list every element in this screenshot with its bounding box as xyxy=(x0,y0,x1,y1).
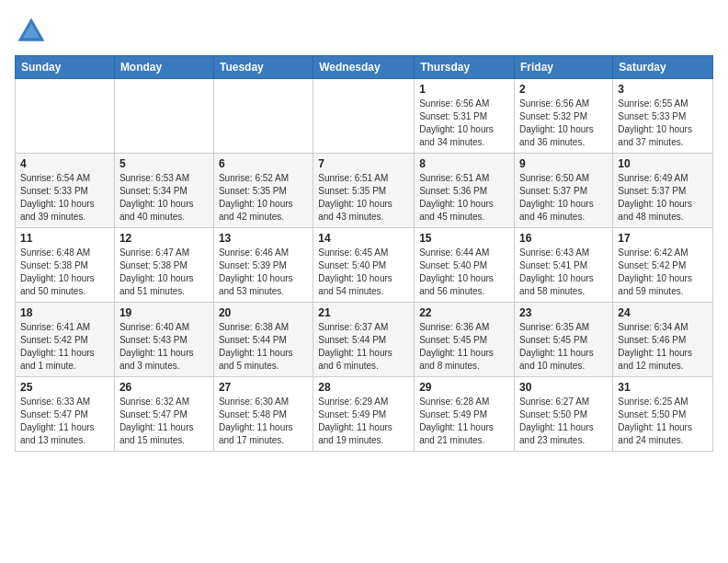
day-number: 21 xyxy=(318,306,409,319)
day-number: 2 xyxy=(519,83,608,96)
day-info: Sunrise: 6:48 AM Sunset: 5:38 PM Dayligh… xyxy=(20,247,109,298)
day-info: Sunrise: 6:34 AM Sunset: 5:46 PM Dayligh… xyxy=(618,321,708,373)
calendar-week-1: 1Sunrise: 6:56 AM Sunset: 5:31 PM Daylig… xyxy=(16,79,713,154)
day-info: Sunrise: 6:49 AM Sunset: 5:37 PM Dayligh… xyxy=(618,172,708,224)
page-header xyxy=(15,15,713,48)
day-number: 11 xyxy=(20,232,109,245)
weekday-header-monday: Monday xyxy=(114,56,213,79)
day-number: 7 xyxy=(318,157,409,170)
calendar-week-5: 25Sunrise: 6:33 AM Sunset: 5:47 PM Dayli… xyxy=(16,377,713,452)
day-info: Sunrise: 6:36 AM Sunset: 5:45 PM Dayligh… xyxy=(419,321,509,373)
day-info: Sunrise: 6:56 AM Sunset: 5:32 PM Dayligh… xyxy=(519,98,608,149)
calendar-cell: 24Sunrise: 6:34 AM Sunset: 5:46 PM Dayli… xyxy=(613,303,713,377)
calendar-cell: 19Sunrise: 6:40 AM Sunset: 5:43 PM Dayli… xyxy=(114,303,213,377)
calendar-cell: 1Sunrise: 6:56 AM Sunset: 5:31 PM Daylig… xyxy=(415,79,515,154)
day-number: 1 xyxy=(419,83,509,96)
calendar-cell: 18Sunrise: 6:41 AM Sunset: 5:42 PM Dayli… xyxy=(16,303,115,377)
day-info: Sunrise: 6:30 AM Sunset: 5:48 PM Dayligh… xyxy=(219,396,308,447)
day-number: 27 xyxy=(219,381,308,394)
day-number: 12 xyxy=(119,232,209,245)
day-info: Sunrise: 6:51 AM Sunset: 5:35 PM Dayligh… xyxy=(318,172,409,224)
day-info: Sunrise: 6:55 AM Sunset: 5:33 PM Dayligh… xyxy=(618,98,708,149)
weekday-header-row: SundayMondayTuesdayWednesdayThursdayFrid… xyxy=(16,56,713,79)
day-info: Sunrise: 6:42 AM Sunset: 5:42 PM Dayligh… xyxy=(618,247,708,298)
day-number: 15 xyxy=(419,232,509,245)
day-info: Sunrise: 6:50 AM Sunset: 5:37 PM Dayligh… xyxy=(519,172,608,224)
day-info: Sunrise: 6:44 AM Sunset: 5:40 PM Dayligh… xyxy=(419,247,509,298)
calendar-cell: 13Sunrise: 6:46 AM Sunset: 5:39 PM Dayli… xyxy=(213,228,313,303)
day-info: Sunrise: 6:32 AM Sunset: 5:47 PM Dayligh… xyxy=(119,396,209,447)
logo-icon xyxy=(15,15,48,48)
day-info: Sunrise: 6:38 AM Sunset: 5:44 PM Dayligh… xyxy=(219,321,308,373)
calendar-cell: 7Sunrise: 6:51 AM Sunset: 5:35 PM Daylig… xyxy=(313,154,415,228)
day-number: 22 xyxy=(419,306,509,319)
day-number: 14 xyxy=(318,232,409,245)
day-info: Sunrise: 6:41 AM Sunset: 5:42 PM Dayligh… xyxy=(20,321,109,373)
day-info: Sunrise: 6:53 AM Sunset: 5:34 PM Dayligh… xyxy=(119,172,209,224)
calendar-body: 1Sunrise: 6:56 AM Sunset: 5:31 PM Daylig… xyxy=(16,79,713,452)
day-number: 31 xyxy=(618,381,708,394)
day-info: Sunrise: 6:54 AM Sunset: 5:33 PM Dayligh… xyxy=(20,172,109,224)
weekday-header-wednesday: Wednesday xyxy=(313,56,415,79)
calendar-cell: 12Sunrise: 6:47 AM Sunset: 5:38 PM Dayli… xyxy=(114,228,213,303)
day-info: Sunrise: 6:46 AM Sunset: 5:39 PM Dayligh… xyxy=(219,247,308,298)
logo xyxy=(15,15,51,48)
calendar-cell: 30Sunrise: 6:27 AM Sunset: 5:50 PM Dayli… xyxy=(515,377,613,452)
calendar-cell: 2Sunrise: 6:56 AM Sunset: 5:32 PM Daylig… xyxy=(515,79,613,154)
calendar-cell: 25Sunrise: 6:33 AM Sunset: 5:47 PM Dayli… xyxy=(16,377,115,452)
day-number: 20 xyxy=(219,306,308,319)
calendar-cell: 27Sunrise: 6:30 AM Sunset: 5:48 PM Dayli… xyxy=(213,377,313,452)
day-info: Sunrise: 6:43 AM Sunset: 5:41 PM Dayligh… xyxy=(519,247,608,298)
day-info: Sunrise: 6:35 AM Sunset: 5:45 PM Dayligh… xyxy=(519,321,608,373)
calendar-cell: 9Sunrise: 6:50 AM Sunset: 5:37 PM Daylig… xyxy=(515,154,613,228)
day-info: Sunrise: 6:56 AM Sunset: 5:31 PM Dayligh… xyxy=(419,98,509,149)
day-info: Sunrise: 6:51 AM Sunset: 5:36 PM Dayligh… xyxy=(419,172,509,224)
day-info: Sunrise: 6:28 AM Sunset: 5:49 PM Dayligh… xyxy=(419,396,509,447)
calendar-cell xyxy=(114,79,213,154)
weekday-header-sunday: Sunday xyxy=(16,56,115,79)
day-number: 13 xyxy=(219,232,308,245)
calendar-header: SundayMondayTuesdayWednesdayThursdayFrid… xyxy=(16,56,713,79)
calendar-cell: 3Sunrise: 6:55 AM Sunset: 5:33 PM Daylig… xyxy=(613,79,713,154)
calendar-cell: 20Sunrise: 6:38 AM Sunset: 5:44 PM Dayli… xyxy=(213,303,313,377)
weekday-header-thursday: Thursday xyxy=(415,56,515,79)
day-number: 19 xyxy=(119,306,209,319)
day-number: 30 xyxy=(519,381,608,394)
day-number: 28 xyxy=(318,381,409,394)
calendar-table: SundayMondayTuesdayWednesdayThursdayFrid… xyxy=(15,55,713,452)
weekday-header-saturday: Saturday xyxy=(613,56,713,79)
day-number: 5 xyxy=(119,157,209,170)
day-number: 17 xyxy=(618,232,708,245)
calendar-cell xyxy=(213,79,313,154)
day-number: 6 xyxy=(219,157,308,170)
calendar-cell: 10Sunrise: 6:49 AM Sunset: 5:37 PM Dayli… xyxy=(613,154,713,228)
day-number: 10 xyxy=(618,157,708,170)
calendar-week-2: 4Sunrise: 6:54 AM Sunset: 5:33 PM Daylig… xyxy=(16,154,713,228)
calendar-cell: 15Sunrise: 6:44 AM Sunset: 5:40 PM Dayli… xyxy=(415,228,515,303)
day-number: 18 xyxy=(20,306,109,319)
calendar-cell: 4Sunrise: 6:54 AM Sunset: 5:33 PM Daylig… xyxy=(16,154,115,228)
calendar-cell: 17Sunrise: 6:42 AM Sunset: 5:42 PM Dayli… xyxy=(613,228,713,303)
calendar-cell xyxy=(16,79,115,154)
calendar-cell: 14Sunrise: 6:45 AM Sunset: 5:40 PM Dayli… xyxy=(313,228,415,303)
day-number: 24 xyxy=(618,306,708,319)
calendar-cell: 11Sunrise: 6:48 AM Sunset: 5:38 PM Dayli… xyxy=(16,228,115,303)
day-number: 26 xyxy=(119,381,209,394)
day-number: 9 xyxy=(519,157,608,170)
calendar-cell: 26Sunrise: 6:32 AM Sunset: 5:47 PM Dayli… xyxy=(114,377,213,452)
calendar-week-3: 11Sunrise: 6:48 AM Sunset: 5:38 PM Dayli… xyxy=(16,228,713,303)
day-info: Sunrise: 6:47 AM Sunset: 5:38 PM Dayligh… xyxy=(119,247,209,298)
day-info: Sunrise: 6:52 AM Sunset: 5:35 PM Dayligh… xyxy=(219,172,308,224)
day-info: Sunrise: 6:27 AM Sunset: 5:50 PM Dayligh… xyxy=(519,396,608,447)
day-info: Sunrise: 6:33 AM Sunset: 5:47 PM Dayligh… xyxy=(20,396,109,447)
day-number: 25 xyxy=(20,381,109,394)
calendar-week-4: 18Sunrise: 6:41 AM Sunset: 5:42 PM Dayli… xyxy=(16,303,713,377)
day-number: 23 xyxy=(519,306,608,319)
day-info: Sunrise: 6:37 AM Sunset: 5:44 PM Dayligh… xyxy=(318,321,409,373)
calendar-cell: 8Sunrise: 6:51 AM Sunset: 5:36 PM Daylig… xyxy=(415,154,515,228)
day-number: 8 xyxy=(419,157,509,170)
calendar-cell: 28Sunrise: 6:29 AM Sunset: 5:49 PM Dayli… xyxy=(313,377,415,452)
calendar-cell xyxy=(313,79,415,154)
day-info: Sunrise: 6:45 AM Sunset: 5:40 PM Dayligh… xyxy=(318,247,409,298)
day-info: Sunrise: 6:40 AM Sunset: 5:43 PM Dayligh… xyxy=(119,321,209,373)
